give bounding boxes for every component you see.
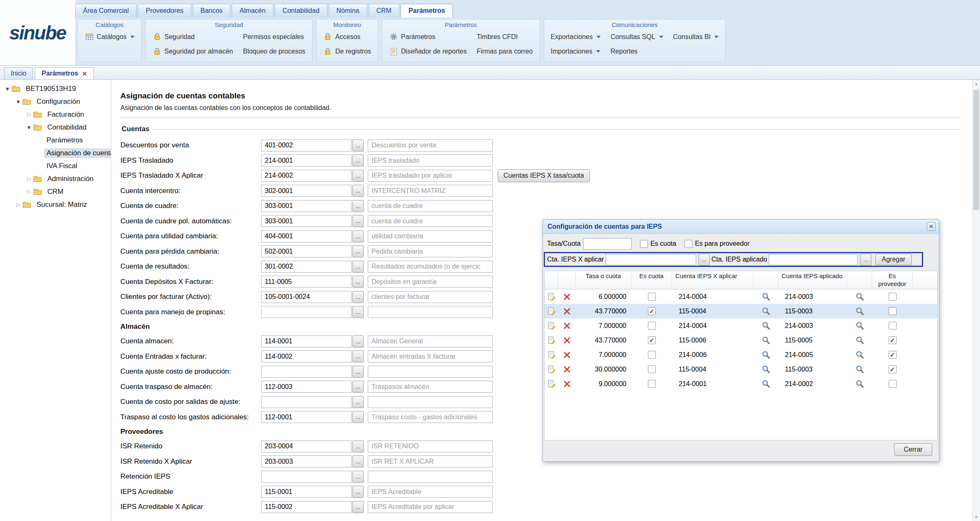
tree-collapsed-icon[interactable]: ▷ bbox=[25, 176, 33, 182]
ieps-table-row-4[interactable]: 7.000000214-0006214-0005 bbox=[545, 347, 937, 362]
delete-row-icon[interactable] bbox=[558, 380, 576, 388]
row-es-cuota-checkbox[interactable] bbox=[648, 365, 656, 373]
tree-item-asignacion-de-cuenta[interactable]: Asignación de cuenta bbox=[0, 147, 111, 159]
tab-close-icon[interactable]: ✕ bbox=[82, 71, 87, 77]
account-input-cuenta-de-cuadre[interactable] bbox=[261, 200, 352, 212]
search-aplicar-icon[interactable] bbox=[753, 364, 778, 374]
tree-item-bet190513h19[interactable]: ▾BET190513H19 bbox=[0, 82, 111, 95]
search-aplicado-icon[interactable] bbox=[847, 292, 872, 301]
ribbon-item-seguridad-por-almacen[interactable]: Seguridad por almacén bbox=[151, 46, 235, 57]
account-desc-cuenta-de-cuadre[interactable] bbox=[368, 200, 493, 212]
row-es-proveedor-checkbox[interactable] bbox=[889, 365, 897, 373]
ribbon-item-reportes[interactable]: Reportes bbox=[609, 47, 665, 56]
delete-row-icon[interactable] bbox=[558, 351, 576, 359]
edit-row-icon[interactable] bbox=[545, 379, 558, 388]
lookup-button[interactable]: ... bbox=[352, 455, 364, 467]
scrollbar-thumb[interactable] bbox=[973, 90, 979, 210]
account-desc-cuenta-depositos-x-facturar[interactable] bbox=[368, 276, 493, 288]
search-aplicado-icon[interactable] bbox=[847, 321, 872, 330]
ieps-table-row-3[interactable]: 43.770000115-0006115-0005 bbox=[545, 333, 937, 347]
account-input-ieps-trasladado-x-aplicar[interactable] bbox=[261, 170, 352, 182]
account-input-cuenta-de-costo-por-salidas-de-ajuste[interactable] bbox=[261, 396, 352, 408]
lookup-button[interactable]: ... bbox=[352, 381, 364, 393]
account-desc-descuentos-por-venta[interactable] bbox=[368, 139, 493, 152]
search-aplicar-icon[interactable] bbox=[753, 292, 778, 301]
lookup-button[interactable]: ... bbox=[352, 245, 364, 257]
lookup-button[interactable]: ... bbox=[352, 366, 364, 378]
tree-item-sucursal-matriz[interactable]: ▷Sucursal: Matriz bbox=[0, 198, 111, 211]
account-input-isr-retenido-x-aplicar[interactable] bbox=[261, 455, 352, 467]
cta-aplicar-lookup-button[interactable]: ... bbox=[699, 254, 710, 266]
delete-row-icon[interactable] bbox=[558, 307, 576, 316]
tree-item-iva-fiscal[interactable]: IVA Fiscal bbox=[0, 159, 111, 172]
account-desc-cuenta-entradas-x-facturar[interactable] bbox=[368, 350, 493, 362]
search-aplicar-icon[interactable] bbox=[753, 335, 778, 345]
account-desc-cuenta-traspaso-de-almacen[interactable] bbox=[368, 381, 493, 393]
ribbon-item-firmas-para-correo[interactable]: Firmas para correo bbox=[475, 47, 534, 56]
ribbon-item-catalogos[interactable]: Catálogos bbox=[83, 32, 136, 42]
row-es-proveedor-checkbox[interactable] bbox=[889, 351, 897, 359]
doc-tab-inicio[interactable]: Inicio bbox=[4, 67, 33, 79]
row-es-proveedor-checkbox[interactable] bbox=[889, 380, 897, 388]
lookup-button[interactable]: ... bbox=[352, 411, 364, 423]
ribbon-item-seguridad[interactable]: Seguridad bbox=[151, 32, 235, 42]
cta-aplicado-lookup-button[interactable]: ... bbox=[860, 254, 871, 266]
edit-row-icon[interactable] bbox=[545, 336, 558, 345]
account-desc-traspaso-al-costo-los-gastos-adicionales[interactable] bbox=[368, 411, 493, 423]
ieps-table-row-6[interactable]: 9.000000214-0001214-0002 bbox=[545, 377, 937, 391]
edit-row-icon[interactable] bbox=[545, 292, 558, 301]
account-desc-cuenta-de-costo-por-salidas-de-ajuste[interactable] bbox=[368, 396, 493, 408]
account-input-isr-retenido[interactable] bbox=[261, 440, 352, 453]
ribbon-item-parametros[interactable]: Parámetros bbox=[387, 32, 468, 42]
lookup-button[interactable]: ... bbox=[352, 170, 364, 182]
account-input-cuenta-para-manejo-de-propinas[interactable] bbox=[261, 306, 352, 318]
account-input-cuenta-almacen[interactable] bbox=[261, 335, 352, 347]
tree-item-crm[interactable]: ▷CRM bbox=[0, 185, 111, 198]
cta-aplicar-input[interactable] bbox=[606, 254, 696, 265]
cuentas-ieps-tasa-cuota-button[interactable]: Cuentas IEPS X tasa/cuota bbox=[498, 169, 590, 182]
search-aplicar-icon[interactable] bbox=[753, 321, 778, 330]
ribbon-tab-nomina[interactable]: Nómina bbox=[329, 4, 367, 17]
account-input-cuenta-de-resultados[interactable] bbox=[261, 261, 352, 273]
lookup-button[interactable]: ... bbox=[352, 139, 364, 152]
ieps-table-row-2[interactable]: 7.000000214-0004214-0003 bbox=[545, 318, 937, 333]
cerrar-button[interactable]: Cerrar bbox=[894, 443, 932, 456]
tree-expanded-icon[interactable]: ▾ bbox=[14, 98, 22, 105]
lookup-button[interactable]: ... bbox=[352, 306, 364, 318]
es-cuota-checkbox[interactable] bbox=[640, 240, 648, 248]
lookup-button[interactable]: ... bbox=[352, 486, 364, 498]
ribbon-tab-proveedores[interactable]: Proveedores bbox=[138, 4, 191, 17]
search-aplicar-icon[interactable] bbox=[753, 379, 778, 389]
search-aplicado-icon[interactable] bbox=[847, 306, 872, 316]
ribbon-tab-contabilidad[interactable]: Contabilidad bbox=[275, 4, 327, 17]
lookup-button[interactable]: ... bbox=[352, 350, 364, 362]
delete-row-icon[interactable] bbox=[558, 293, 576, 301]
lookup-button[interactable]: ... bbox=[352, 440, 364, 453]
account-input-ieps-trasladado[interactable] bbox=[261, 154, 352, 166]
ieps-table-row-1[interactable]: 43.770000115-0004115-0003 bbox=[545, 304, 937, 318]
lookup-button[interactable]: ... bbox=[352, 185, 364, 197]
account-input-cuenta-traspaso-de-almacen[interactable] bbox=[261, 381, 352, 393]
lookup-button[interactable]: ... bbox=[352, 276, 364, 288]
edit-row-icon[interactable] bbox=[545, 365, 558, 374]
ribbon-tab-bancos[interactable]: Bancos bbox=[193, 4, 230, 17]
account-desc-cuenta-intercentro[interactable] bbox=[368, 185, 493, 197]
lookup-button[interactable]: ... bbox=[352, 291, 364, 303]
account-input-cuenta-para-perdida-cambiaria[interactable] bbox=[261, 245, 352, 257]
ribbon-tab-parametros[interactable]: Parámetros bbox=[401, 4, 453, 17]
ribbon-item-bloqueo-de-procesos[interactable]: Bloqueo de procesos bbox=[241, 47, 307, 56]
row-es-proveedor-checkbox[interactable] bbox=[889, 336, 897, 344]
tree-collapsed-icon[interactable]: ▷ bbox=[25, 188, 33, 195]
account-input-cuenta-de-cuadre-pol-automaticas[interactable] bbox=[261, 215, 352, 227]
row-es-cuota-checkbox[interactable] bbox=[648, 380, 656, 388]
tree-item-configuracion[interactable]: ▾Configuración bbox=[0, 95, 111, 108]
tree-item-contabilidad[interactable]: ▾Contabilidad bbox=[0, 121, 111, 134]
vertical-scrollbar[interactable]: ▲ ▼ bbox=[972, 80, 980, 521]
tree-collapsed-icon[interactable]: ▷ bbox=[25, 111, 33, 117]
row-es-cuota-checkbox[interactable] bbox=[648, 351, 656, 359]
lookup-button[interactable]: ... bbox=[352, 154, 364, 166]
scroll-up-icon[interactable]: ▲ bbox=[973, 80, 980, 88]
ribbon-item-importaciones[interactable]: Importaciones bbox=[549, 47, 602, 56]
account-desc-clientes-por-facturar-activo[interactable] bbox=[368, 291, 493, 303]
tree-item-administracion[interactable]: ▷Administración bbox=[0, 172, 111, 185]
